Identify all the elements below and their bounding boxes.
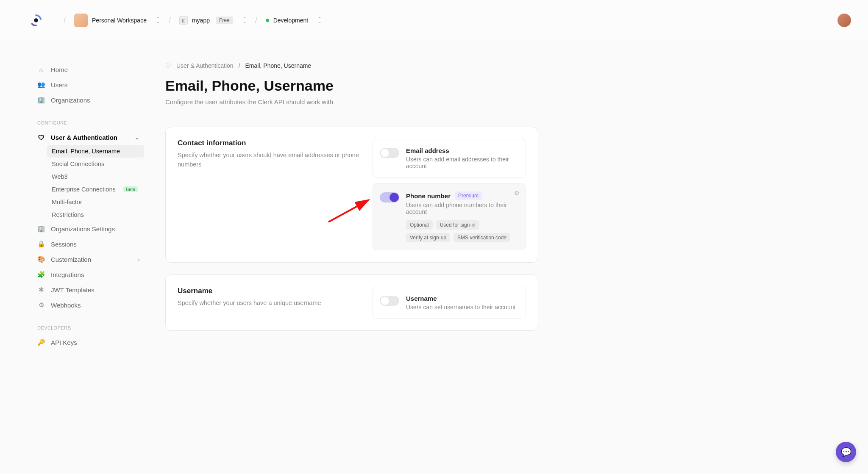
option-desc: Users can set usernames to their account xyxy=(406,304,518,310)
sidebar-item-label: Email, Phone, Username xyxy=(52,148,120,155)
building-icon: 🏢 xyxy=(37,225,45,233)
sidebar: ⌂ Home 👥 Users 🏢 Organizations CONFIGURE… xyxy=(0,41,157,371)
option-title: Email address xyxy=(406,147,449,154)
toggle-phone-number[interactable] xyxy=(380,192,399,202)
chevron-updown-icon: ⌃⌄ xyxy=(156,18,160,23)
sidebar-sub-restrictions[interactable]: Restrictions xyxy=(47,208,144,221)
chevron-updown-icon: ⌃⌄ xyxy=(317,18,322,23)
shield-icon: 🛡 xyxy=(37,134,45,141)
topbar: / Personal Workspace ⌃⌄ / ◧ myapp Free ⌃… xyxy=(0,0,868,41)
option-username: Username Users can set usernames to thei… xyxy=(373,287,526,319)
toggle-email-address[interactable] xyxy=(380,148,399,158)
option-phone-number: Phone number Premium Users can add phone… xyxy=(373,183,526,250)
shield-icon: 🛡 xyxy=(165,62,171,69)
sidebar-item-label: Social Connections xyxy=(52,161,104,167)
panel-contact-information: Contact information Specify whether your… xyxy=(165,127,538,263)
sidebar-heading-developers: DEVELOPERS xyxy=(33,325,144,335)
sidebar-item-user-auth[interactable]: 🛡 User & Authentication ⌄ xyxy=(33,130,144,145)
panel-username: Username Specify whether your users have… xyxy=(165,274,538,331)
sidebar-item-api-keys[interactable]: 🔑 API Keys xyxy=(33,335,144,350)
separator: / xyxy=(64,16,66,25)
page-subtitle: Configure the user attributes the Clerk … xyxy=(165,98,538,105)
env-label: Development xyxy=(273,17,309,24)
key-icon: 🔑 xyxy=(37,338,45,346)
sidebar-item-integrations[interactable]: 🧩 Integrations xyxy=(33,267,144,282)
option-title: Phone number xyxy=(406,192,451,200)
main-content: 🛡 User & Authentication / Email, Phone, … xyxy=(157,41,589,371)
workspace-switcher[interactable]: Personal Workspace ⌃⌄ xyxy=(74,14,160,27)
option-tags: Optional Used for sign-in Verify at sign… xyxy=(406,220,518,242)
sidebar-item-label: JWT Templates xyxy=(51,286,95,294)
panel-desc: Specify whether your users have a unique… xyxy=(178,299,360,308)
sidebar-sub-enterprise-connections[interactable]: Enterprise Connections Beta xyxy=(47,183,144,196)
app-switcher[interactable]: ◧ myapp Free ⌃⌄ xyxy=(179,16,247,25)
sidebar-item-users[interactable]: 👥 Users xyxy=(33,77,144,92)
palette-icon: 🎨 xyxy=(37,255,45,263)
sidebar-item-label: Integrations xyxy=(51,271,84,278)
sidebar-item-label: Users xyxy=(51,81,67,89)
sidebar-item-customization[interactable]: 🎨 Customization › xyxy=(33,252,144,267)
sidebar-sub-email-phone-username[interactable]: Email, Phone, Username xyxy=(47,145,144,158)
chevron-right-icon: › xyxy=(138,256,140,263)
svg-point-0 xyxy=(34,18,38,22)
snowflake-icon: ✱ xyxy=(37,286,45,294)
env-status-dot xyxy=(266,19,269,22)
sidebar-sub-multi-factor[interactable]: Multi-factor xyxy=(47,196,144,208)
lock-icon: 🔒 xyxy=(37,240,45,248)
sidebar-item-label: Enterprise Connections xyxy=(52,186,116,193)
user-avatar[interactable] xyxy=(837,14,851,27)
sidebar-item-label: Sessions xyxy=(51,241,77,248)
home-icon: ⌂ xyxy=(37,66,45,73)
breadcrumb: 🛡 User & Authentication / Email, Phone, … xyxy=(165,62,538,69)
sidebar-heading-configure: CONFIGURE xyxy=(33,120,144,130)
option-email-address: Email address Users can add email addres… xyxy=(373,139,526,177)
building-icon: 🏢 xyxy=(37,96,45,104)
clerk-logo-icon[interactable] xyxy=(30,14,42,27)
app-label: myapp xyxy=(192,17,210,24)
breadcrumb-current: Email, Phone, Username xyxy=(245,62,312,69)
sidebar-item-organizations[interactable]: 🏢 Organizations xyxy=(33,92,144,108)
sidebar-item-sessions[interactable]: 🔒 Sessions xyxy=(33,236,144,252)
option-desc: Users can add phone numbers to their acc… xyxy=(406,202,518,215)
workspace-avatar xyxy=(74,14,88,27)
workspace-label: Personal Workspace xyxy=(92,17,147,24)
panel-desc: Specify whether your users should have e… xyxy=(178,151,360,169)
option-title: Username xyxy=(406,295,437,302)
sidebar-item-label: Customization xyxy=(51,256,91,263)
sidebar-item-label: Multi-factor xyxy=(52,199,82,205)
sidebar-item-label: Web3 xyxy=(52,173,68,180)
page-title: Email, Phone, Username xyxy=(165,78,538,94)
panel-title: Username xyxy=(178,287,360,295)
option-desc: Users can add email addresses to their a… xyxy=(406,156,518,169)
gear-icon[interactable]: ⚙ xyxy=(514,190,520,197)
sidebar-item-org-settings[interactable]: 🏢 Organizations Settings xyxy=(33,221,144,236)
toggle-username[interactable] xyxy=(380,296,399,306)
option-tag: Verify at sign-up xyxy=(406,233,450,242)
plan-badge: Free xyxy=(216,17,233,24)
separator: / xyxy=(239,62,240,69)
sidebar-item-label: User & Authentication xyxy=(51,134,117,141)
users-icon: 👥 xyxy=(37,81,45,89)
sidebar-item-webhooks[interactable]: ⚙ Webhooks xyxy=(33,297,144,313)
breadcrumb-parent[interactable]: User & Authentication xyxy=(176,62,234,69)
environment-switcher[interactable]: Development ⌃⌄ xyxy=(266,17,322,24)
sidebar-item-jwt-templates[interactable]: ✱ JWT Templates xyxy=(33,282,144,297)
sidebar-item-label: API Keys xyxy=(51,339,77,346)
sidebar-sub-social-connections[interactable]: Social Connections xyxy=(47,158,144,170)
sidebar-sub-web3[interactable]: Web3 xyxy=(47,170,144,183)
sidebar-submenu-user-auth: Email, Phone, Username Social Connection… xyxy=(33,145,144,221)
beta-badge: Beta xyxy=(123,186,138,192)
sidebar-item-label: Webhooks xyxy=(51,302,81,309)
premium-badge: Premium xyxy=(455,191,482,200)
sidebar-item-label: Organizations Settings xyxy=(51,225,115,233)
sidebar-item-label: Home xyxy=(51,66,68,73)
option-tag: Used for sign-in xyxy=(436,220,479,230)
chevron-down-icon: ⌄ xyxy=(134,133,140,141)
option-tag: Optional xyxy=(406,220,433,230)
app-icon: ◧ xyxy=(179,16,188,25)
separator: / xyxy=(255,16,257,25)
sidebar-item-label: Organizations xyxy=(51,97,90,104)
chevron-updown-icon: ⌃⌄ xyxy=(242,18,247,23)
webhook-icon: ⚙ xyxy=(37,301,45,309)
sidebar-item-home[interactable]: ⌂ Home xyxy=(33,62,144,77)
